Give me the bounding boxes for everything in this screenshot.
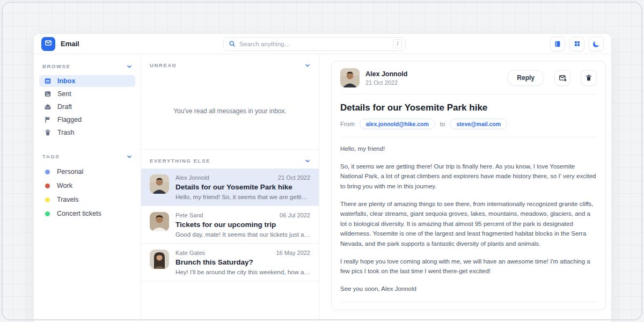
attachments-label: Attachments bbox=[340, 309, 597, 311]
sidebar-item-label: Trash bbox=[57, 129, 75, 136]
email-preview: Hello, my friend! So, it seems that we a… bbox=[175, 194, 310, 200]
chevron-down-icon[interactable] bbox=[127, 64, 132, 69]
body-paragraph: There are plenty of amazing things to se… bbox=[340, 199, 597, 249]
sidebar-item-label: Draft bbox=[57, 103, 72, 111]
detail-sender-name: Alex Jonnold bbox=[365, 70, 407, 78]
chevron-down-icon[interactable] bbox=[305, 158, 310, 164]
sidebar-item-trash[interactable]: Trash bbox=[39, 127, 135, 138]
avatar-alex-jonnold bbox=[150, 174, 169, 194]
envelope-icon bbox=[45, 39, 52, 49]
chevron-down-icon[interactable] bbox=[127, 154, 132, 159]
message-list: UNREAD You've read all messages in your … bbox=[141, 54, 319, 322]
search-input[interactable] bbox=[239, 41, 389, 47]
email-subject: Brunch this Saturday? bbox=[175, 258, 310, 266]
delete-button[interactable] bbox=[581, 70, 597, 86]
browse-section-label: BROWSE bbox=[42, 63, 70, 69]
tag-label: Concert tickets bbox=[57, 210, 101, 217]
search-shortcut-badge: / bbox=[393, 39, 402, 48]
sidebar-item-flagged[interactable]: Flagged bbox=[39, 114, 135, 126]
detail-subject: Details for our Yosemite Park hike bbox=[340, 103, 597, 113]
reply-button[interactable]: Reply bbox=[507, 70, 544, 86]
app-logo bbox=[41, 37, 55, 51]
sidebar-item-label: Flagged bbox=[57, 116, 82, 123]
sidebar-item-label: Sent bbox=[57, 90, 71, 98]
email-sender: Pete Sand bbox=[175, 212, 203, 218]
sidebar: BROWSE Inbox Sent bbox=[34, 54, 141, 322]
tag-item-work[interactable]: Work bbox=[39, 179, 135, 192]
apps-grid-button[interactable] bbox=[569, 36, 584, 52]
chevron-down-icon[interactable] bbox=[305, 63, 310, 68]
unread-empty-message: You've read all messages in your inbox. bbox=[141, 73, 319, 149]
email-preview: Hey! I'll be around the city this weeken… bbox=[175, 269, 310, 275]
everything-else-section-label: EVERYTHING ELSE bbox=[150, 158, 210, 164]
mail-forward-icon bbox=[559, 74, 567, 82]
to-email-pill[interactable]: steve@mail.com bbox=[450, 119, 507, 129]
forward-button[interactable] bbox=[554, 70, 570, 86]
avatar-kate-gates bbox=[150, 250, 169, 269]
tag-label: Travels bbox=[57, 196, 79, 203]
email-subject: Tickets for our upcoming trip bbox=[175, 221, 310, 229]
email-app-window: Email / bbox=[33, 33, 612, 322]
body-paragraph: Hello, my friend! bbox=[340, 144, 597, 154]
flag-icon bbox=[44, 116, 52, 123]
from-email-pill[interactable]: alex.jonnold@hike.com bbox=[360, 119, 435, 129]
email-subject: Details for our Yosemite Park hike bbox=[175, 183, 310, 191]
app-title: Email bbox=[61, 40, 79, 48]
tags-section-label: TAGS bbox=[42, 153, 60, 159]
sidebar-item-label: Inbox bbox=[57, 77, 75, 85]
body-paragraph: I really hope you love coming along with… bbox=[340, 257, 597, 276]
top-bar: Email / bbox=[34, 34, 611, 54]
tag-label: Personal bbox=[57, 168, 83, 175]
email-list-item-yosemite[interactable]: Alex Jonnold 21 Oct 2022 Details for our… bbox=[141, 169, 319, 206]
email-body: Hello, my friend! So, it seems we are ge… bbox=[340, 144, 597, 294]
body-paragraph: See you soon, Alex Jonnold bbox=[340, 284, 597, 294]
sidebar-item-sent[interactable]: Sent bbox=[39, 88, 135, 100]
tag-color-dot bbox=[45, 184, 50, 188]
tag-item-concert-tickets[interactable]: Concert tickets bbox=[39, 207, 135, 220]
email-list-item-brunch[interactable]: Kate Gates 16 May 2022 Brunch this Satur… bbox=[141, 244, 319, 281]
email-preview: Good day, mate! It seems that our ticket… bbox=[175, 231, 310, 238]
dark-mode-toggle[interactable] bbox=[589, 36, 604, 52]
trash-icon bbox=[44, 129, 52, 136]
moon-icon bbox=[592, 40, 600, 48]
email-sender: Alex Jonnold bbox=[175, 174, 209, 181]
trash-icon bbox=[585, 74, 592, 82]
inbox-icon bbox=[44, 77, 52, 85]
sidebar-item-inbox[interactable]: Inbox bbox=[39, 75, 135, 87]
sent-icon bbox=[44, 90, 52, 98]
tag-color-dot bbox=[45, 197, 50, 202]
detail-date: 21 Oct 2022 bbox=[365, 79, 407, 86]
book-icon bbox=[554, 40, 561, 48]
avatar-pete-sand bbox=[150, 212, 169, 231]
tag-color-dot bbox=[45, 170, 50, 174]
body-paragraph: So, it seems we are getting there! Our t… bbox=[340, 162, 597, 192]
tag-color-dot bbox=[45, 211, 50, 216]
email-date: 06 Jul 2022 bbox=[280, 212, 310, 218]
email-sender: Kate Gates bbox=[175, 250, 205, 256]
unread-section-label: UNREAD bbox=[150, 62, 177, 68]
from-label: From bbox=[340, 121, 355, 127]
email-detail-pane: Alex Jonnold 21 Oct 2022 Reply bbox=[319, 54, 611, 322]
avatar-alex-jonnold bbox=[340, 68, 360, 87]
sidebar-item-draft[interactable]: Draft bbox=[39, 101, 135, 113]
tag-item-personal[interactable]: Personal bbox=[39, 165, 135, 178]
tag-label: Work bbox=[57, 182, 72, 189]
tag-item-travels[interactable]: Travels bbox=[39, 193, 135, 206]
draft-icon bbox=[44, 103, 52, 111]
email-date: 16 May 2022 bbox=[276, 250, 310, 256]
email-list-item-tickets[interactable]: Pete Sand 06 Jul 2022 Tickets for our up… bbox=[141, 206, 319, 244]
to-label: to bbox=[440, 121, 445, 127]
grid-icon bbox=[574, 40, 581, 47]
email-detail-card: Alex Jonnold 21 Oct 2022 Reply bbox=[331, 61, 606, 310]
notebook-button[interactable] bbox=[550, 36, 565, 52]
email-date: 21 Oct 2022 bbox=[278, 174, 310, 181]
search-icon bbox=[229, 40, 236, 47]
search-bar[interactable]: / bbox=[223, 37, 406, 51]
